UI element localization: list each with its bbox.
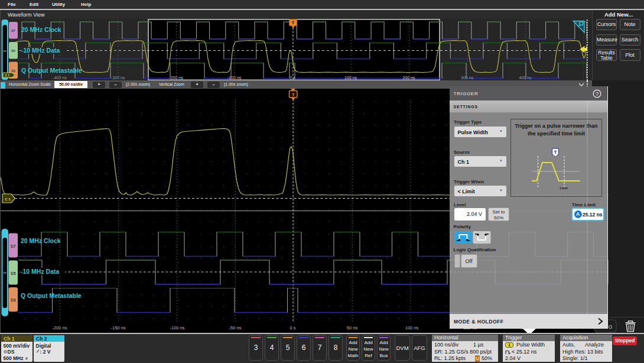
svg-text:-200 ns: -200 ns [169,76,183,80]
svg-text:-300 ns: -300 ns [111,76,125,80]
svg-text:20 MHz Clock: 20 MHz Clock [21,237,61,244]
svg-text:Q Output Metastable: Q Output Metastable [21,67,82,74]
svg-text:20 MHz Clock: 20 MHz Clock [21,26,61,33]
svg-text:D3: D3 [11,298,16,302]
svg-text:C 1: C 1 [5,197,11,201]
svg-text:D5: D5 [11,49,15,53]
svg-text:‹›: ‹› [4,49,6,53]
svg-text:D3: D3 [11,69,15,73]
svg-text:100 ns: 100 ns [405,325,419,330]
svg-text:-100 ns: -100 ns [227,76,242,80]
svg-text:-100 ns: -100 ns [170,325,184,330]
svg-text:0 s: 0 s [290,76,295,80]
svg-text:D5: D5 [11,271,16,276]
svg-text:-200 ns: -200 ns [52,325,67,330]
svg-text:100 ns: 100 ns [344,76,357,80]
svg-text:C 1: C 1 [5,73,10,77]
svg-text:400 ns: 400 ns [519,76,532,80]
svg-text:300 ns: 300 ns [461,76,474,80]
svg-text:-150 ns: -150 ns [110,325,125,330]
svg-text:Q Output Metastable: Q Output Metastable [21,292,82,299]
svg-text:‹›: ‹› [4,271,6,275]
svg-text:200 ns: 200 ns [402,76,415,80]
svg-text:-50 ns: -50 ns [229,325,242,330]
svg-text:T: T [292,92,295,98]
svg-text:-10 MHz Data: -10 MHz Data [21,268,60,275]
svg-text:D7: D7 [11,244,16,248]
svg-text:D7: D7 [11,29,15,33]
svg-text:-400 ns: -400 ns [53,76,67,80]
svg-text:T: T [292,20,295,25]
svg-text:0 s: 0 s [290,325,295,330]
svg-text:50 ns: 50 ns [347,325,358,330]
svg-text:-10 MHz Data: -10 MHz Data [21,47,60,54]
